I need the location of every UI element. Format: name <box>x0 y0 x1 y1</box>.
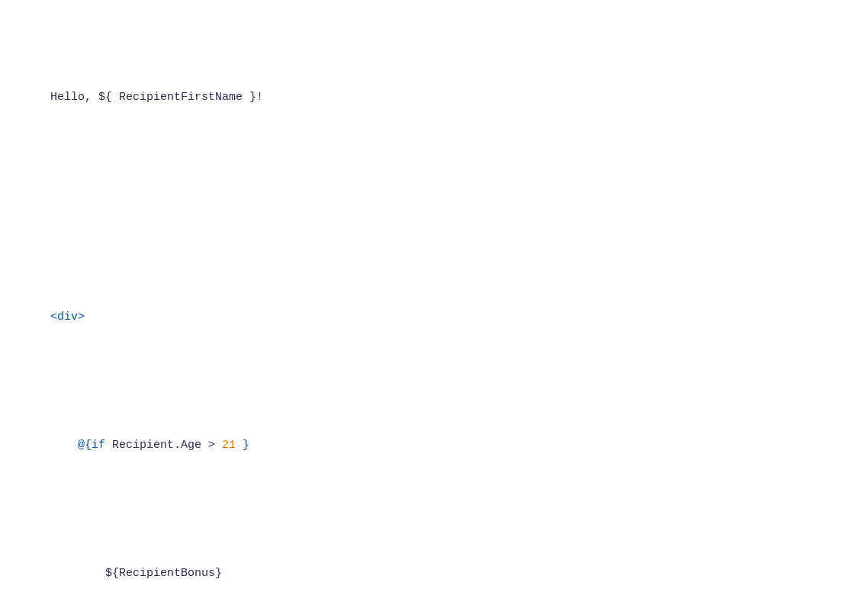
code-text <box>50 439 78 452</box>
code-editor: Hello, ${ RecipientFirstName }! <div> @{… <box>23 15 845 592</box>
code-text: Recipient.Age > <box>105 439 222 452</box>
code-text: Hello, ${ RecipientFirstName }! <box>50 91 263 104</box>
code-line: @{if Recipient.Age > 21 } <box>23 418 845 473</box>
code-line: Hello, ${ RecipientFirstName }! <box>23 70 845 125</box>
code-text: ${RecipientBonus} <box>50 567 222 580</box>
code-keyword: @{if <box>78 439 105 452</box>
code-number: 21 <box>222 439 236 452</box>
code-line: <div> <box>23 290 845 345</box>
code-line: ${RecipientBonus} <box>23 546 845 592</box>
code-tag: <div> <box>50 310 85 323</box>
code-line-blank <box>23 198 845 217</box>
code-keyword: } <box>236 439 249 452</box>
